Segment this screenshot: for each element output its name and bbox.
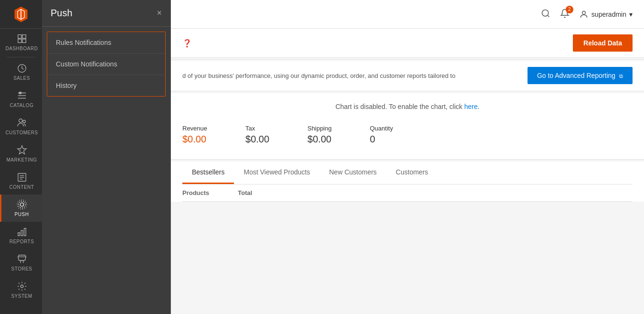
- user-dropdown-icon: ▾: [629, 11, 633, 18]
- push-panel-title: Push: [51, 8, 73, 19]
- dashboard-header: ❓ Reload Data: [171, 29, 644, 58]
- sidebar-item-customers-label: Customers: [5, 130, 38, 135]
- help-icon[interactable]: ❓: [182, 39, 192, 48]
- svg-marker-11: [17, 146, 26, 154]
- svg-point-14: [18, 201, 25, 208]
- user-avatar-icon: [579, 10, 589, 19]
- stat-shipping-value: $0.00: [307, 134, 332, 145]
- stat-shipping-label: Shipping: [307, 125, 332, 132]
- tab-customers-label: Customers: [396, 168, 428, 176]
- svg-point-9: [19, 119, 22, 122]
- svg-rect-17: [21, 230, 23, 236]
- sidebar-item-content[interactable]: Content: [0, 167, 42, 195]
- system-icon: [17, 281, 27, 292]
- magento-logo-icon: [12, 6, 30, 23]
- catalog-icon: [17, 90, 27, 101]
- stat-revenue: Revenue $0.00: [182, 125, 207, 145]
- sidebar-item-stores-label: Stores: [11, 266, 32, 271]
- tab-most-viewed-products[interactable]: Most Viewed Products: [234, 162, 319, 184]
- sidebar: Dashboard Sales Catalog Customers Market…: [0, 0, 42, 314]
- stores-icon: [17, 254, 27, 264]
- reports-icon: [17, 227, 27, 237]
- svg-point-19: [21, 285, 23, 288]
- dashboard-title-row: ❓: [182, 39, 192, 48]
- svg-point-10: [22, 120, 25, 123]
- stat-revenue-value: $0.00: [182, 134, 207, 145]
- notifications-bell-icon[interactable]: 2: [560, 9, 570, 20]
- stat-quantity: Quantity 0: [370, 125, 393, 145]
- sidebar-divider-1: [7, 57, 35, 57]
- svg-rect-18: [24, 228, 26, 236]
- push-panel: Push × Rules Notifications Custom Notifi…: [42, 0, 171, 314]
- push-panel-close-button[interactable]: ×: [157, 8, 162, 18]
- content-icon: [17, 172, 27, 183]
- svg-point-21: [582, 11, 586, 14]
- sidebar-item-reports[interactable]: Reports: [0, 222, 42, 249]
- stat-tax-label: Tax: [245, 125, 269, 132]
- svg-point-15: [17, 200, 26, 209]
- tab-bestsellers[interactable]: Bestsellers: [182, 162, 234, 184]
- svg-point-13: [20, 203, 23, 206]
- user-name: superadmin: [591, 11, 626, 18]
- table-col-products: Products: [182, 189, 209, 196]
- content-area: ❓ Reload Data d of your business' perfor…: [171, 29, 644, 314]
- sidebar-item-dashboard[interactable]: Dashboard: [0, 29, 42, 56]
- sidebar-item-sales[interactable]: Sales: [0, 58, 42, 86]
- sidebar-item-content-label: Content: [10, 184, 34, 190]
- svg-rect-5: [18, 39, 21, 43]
- search-icon[interactable]: [541, 9, 550, 20]
- stat-shipping: Shipping $0.00: [307, 125, 332, 145]
- advanced-reporting-button[interactable]: Go to Advanced Reporting ⧉: [528, 67, 633, 84]
- push-menu-custom-notifications[interactable]: Custom Notifications: [47, 54, 165, 75]
- svg-rect-4: [22, 35, 25, 38]
- svg-point-20: [542, 10, 548, 16]
- tabs-section: Bestsellers Most Viewed Products New Cus…: [171, 162, 644, 202]
- sidebar-item-sales-label: Sales: [13, 76, 30, 81]
- user-menu[interactable]: superadmin ▾: [579, 10, 633, 19]
- stat-tax-value: $0.00: [245, 134, 269, 145]
- tab-new-customers[interactable]: New Customers: [320, 162, 387, 184]
- push-menu-container: Rules Notifications Custom Notifications…: [47, 32, 166, 97]
- push-menu-history[interactable]: History: [47, 75, 165, 96]
- tab-customers[interactable]: Customers: [386, 162, 438, 184]
- table-header-row: Products Total: [182, 184, 633, 202]
- sidebar-item-stores[interactable]: Stores: [0, 249, 42, 276]
- customers-icon: [17, 118, 27, 128]
- sidebar-item-reports-label: Reports: [10, 239, 34, 244]
- sidebar-item-system[interactable]: System: [0, 276, 42, 303]
- notification-badge: 2: [566, 6, 573, 13]
- topbar: 2 superadmin ▾: [171, 0, 644, 29]
- push-panel-header: Push ×: [42, 0, 170, 27]
- tabs-row: Bestsellers Most Viewed Products New Cus…: [182, 162, 633, 184]
- stat-revenue-label: Revenue: [182, 125, 207, 132]
- sidebar-item-push-label: Push: [15, 212, 29, 217]
- sidebar-item-catalog[interactable]: Catalog: [0, 86, 42, 113]
- sidebar-item-marketing[interactable]: Marketing: [0, 140, 42, 167]
- sidebar-item-customers[interactable]: Customers: [0, 113, 42, 140]
- advanced-reporting-bar: d of your business' performance, using o…: [171, 60, 644, 91]
- chart-enable-link[interactable]: here: [464, 103, 477, 110]
- push-icon: [17, 199, 27, 210]
- push-menu-rules-notifications[interactable]: Rules Notifications: [47, 32, 165, 54]
- marketing-icon: [17, 145, 27, 155]
- svg-rect-3: [18, 35, 21, 38]
- sales-icon: [17, 63, 27, 74]
- table-col-total: Total: [238, 189, 252, 196]
- tab-bestsellers-label: Bestsellers: [192, 168, 224, 176]
- sidebar-item-push[interactable]: Push: [0, 195, 42, 222]
- sidebar-item-dashboard-label: Dashboard: [6, 46, 38, 51]
- advanced-reporting-button-label: Go to Advanced Reporting: [537, 72, 615, 79]
- svg-rect-8: [19, 92, 21, 94]
- sidebar-item-marketing-label: Marketing: [7, 157, 37, 162]
- stat-quantity-value: 0: [370, 134, 393, 145]
- sidebar-item-catalog-label: Catalog: [10, 103, 34, 108]
- dashboard-icon: [17, 33, 27, 44]
- chart-stats: Revenue $0.00 Tax $0.00 Shipping $0.00 Q…: [182, 120, 633, 150]
- svg-rect-16: [18, 233, 20, 236]
- chart-disabled-text: Chart is disabled. To enable the chart, …: [336, 103, 463, 110]
- stat-tax: Tax $0.00: [245, 125, 269, 145]
- main-area: 2 superadmin ▾ ❓ Reload Data d of your b…: [171, 0, 644, 314]
- reload-data-button[interactable]: Reload Data: [573, 34, 633, 52]
- external-link-icon: ⧉: [619, 73, 623, 79]
- advanced-reporting-description: d of your business' performance, using o…: [182, 72, 455, 79]
